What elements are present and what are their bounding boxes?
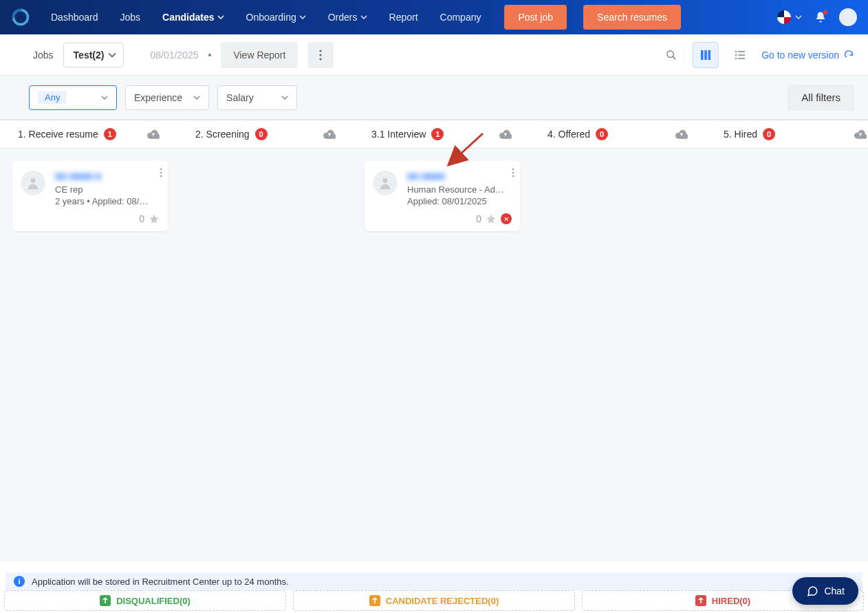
arrow-up-icon <box>100 595 111 606</box>
kanban-board: ■■ ■■■■ ■ CE rep 2 years • Applied: 08/…… <box>0 149 868 561</box>
svg-rect-6 <box>701 50 704 60</box>
language-selector[interactable] <box>777 10 802 24</box>
jobs-label: Jobs <box>33 50 54 61</box>
arrow-up-icon <box>695 595 706 606</box>
nav-company[interactable]: Company <box>431 0 491 34</box>
filter-experience[interactable]: Experience <box>125 85 209 110</box>
job-selector[interactable]: Test(2) <box>63 43 124 67</box>
candidate-card[interactable]: ■■ ■■■■ ■ CE rep 2 years • Applied: 08/…… <box>12 161 168 231</box>
sub-bar: Jobs Test(2) 08/01/2025 • View Report Go… <box>0 34 868 76</box>
filter-salary[interactable]: Salary <box>217 85 297 110</box>
logo-icon <box>11 8 30 27</box>
cloud-icon <box>499 129 512 139</box>
stage-count-badge: 0 <box>763 128 775 140</box>
external-link-icon <box>843 50 854 61</box>
bucket-candidate-rejected[interactable]: CANDIDATE REJECTED(0) <box>293 590 575 611</box>
svg-point-2 <box>320 54 322 56</box>
bottom-buckets: DISQUALIFIED(0) CANDIDATE REJECTED(0) HI… <box>4 590 864 611</box>
svg-point-13 <box>735 57 737 59</box>
nav-onboarding[interactable]: Onboarding <box>237 0 316 34</box>
arrow-up-icon <box>369 595 380 606</box>
cloud-icon <box>675 129 688 139</box>
column-receive-resume: ■■ ■■■■ ■ CE rep 2 years • Applied: 08/…… <box>12 161 188 561</box>
svg-point-21 <box>512 172 514 174</box>
svg-point-17 <box>160 172 162 174</box>
list-view-button[interactable] <box>727 42 753 68</box>
filter-any[interactable]: Any <box>29 85 117 110</box>
svg-point-3 <box>320 58 322 60</box>
chat-button[interactable]: Chat <box>792 577 858 605</box>
star-icon[interactable] <box>486 213 497 224</box>
svg-point-11 <box>735 54 737 56</box>
topnav-right <box>777 8 857 26</box>
stage-receive-resume[interactable]: 1. Receive resume 1 <box>0 120 176 148</box>
kanban-view-button[interactable] <box>693 42 719 68</box>
stage-count-badge: 0 <box>596 128 608 140</box>
pipeline-stages: 1. Receive resume 1 2. Screening 0 3.1 I… <box>0 120 868 149</box>
stage-hired[interactable]: 5. Hired 0 <box>704 120 868 148</box>
kebab-icon <box>512 168 514 178</box>
post-job-button[interactable]: Post job <box>504 5 567 30</box>
chevron-down-icon <box>217 14 224 21</box>
svg-point-20 <box>512 169 514 171</box>
nav-candidates[interactable]: Candidates <box>153 0 233 34</box>
candidate-card[interactable]: ■■ ■■■■ Human Resource - Admin… Applied:… <box>365 161 520 231</box>
search-resumes-button[interactable]: Search resumes <box>583 5 681 30</box>
kebab-icon <box>319 50 322 61</box>
top-nav: Dashboard Jobs Candidates Onboarding Ord… <box>0 0 868 34</box>
bucket-disqualified[interactable]: DISQUALIFIED(0) <box>4 590 286 611</box>
nav-orders[interactable]: Orders <box>318 0 377 34</box>
nav-dashboard[interactable]: Dashboard <box>41 0 108 34</box>
info-icon: i <box>14 576 25 587</box>
info-text: Application will be stored in Recruitmen… <box>32 577 289 587</box>
svg-point-9 <box>735 50 737 52</box>
person-icon <box>378 175 393 191</box>
star-icon[interactable] <box>149 213 160 224</box>
stage-count-badge: 1 <box>104 128 116 140</box>
chevron-down-icon <box>281 94 288 101</box>
reject-icon[interactable]: ✕ <box>501 213 512 224</box>
stage-count-badge: 0 <box>255 128 268 140</box>
stage-offered[interactable]: 4. Offered 0 <box>528 120 704 148</box>
kebab-icon <box>160 168 162 178</box>
search-icon <box>666 50 677 61</box>
user-avatar[interactable] <box>839 8 857 26</box>
chevron-down-icon <box>101 94 108 101</box>
svg-point-22 <box>512 175 514 178</box>
date-text: 08/01/2025 <box>150 50 198 61</box>
chevron-down-icon <box>360 14 367 21</box>
svg-rect-10 <box>738 51 745 52</box>
nav-jobs[interactable]: Jobs <box>111 0 151 34</box>
view-report-button[interactable]: View Report <box>221 42 298 68</box>
list-icon <box>735 50 746 61</box>
stage-interview[interactable]: 3.1 Interview 1 <box>352 120 528 148</box>
candidate-meta: Applied: 08/01/2025 <box>407 196 512 206</box>
all-filters-button[interactable]: All filters <box>788 85 854 111</box>
cloud-icon <box>854 129 867 139</box>
svg-rect-7 <box>704 50 707 60</box>
candidate-meta: 2 years • Applied: 08/… <box>55 196 160 206</box>
notifications-button[interactable] <box>814 11 827 23</box>
candidate-name: ■■ ■■■■ ■ <box>55 171 160 182</box>
card-menu-button[interactable] <box>512 168 514 178</box>
dot-separator: • <box>208 50 212 61</box>
chevron-down-icon <box>299 14 306 21</box>
svg-rect-8 <box>708 50 711 60</box>
card-menu-button[interactable] <box>160 168 162 178</box>
more-actions-button[interactable] <box>307 42 334 68</box>
column-screening <box>188 161 365 561</box>
stage-screening[interactable]: 2. Screening 0 <box>176 120 352 148</box>
svg-point-1 <box>320 50 322 52</box>
go-to-new-version-link[interactable]: Go to new version <box>761 50 854 61</box>
info-banner: i Application will be stored in Recruitm… <box>6 572 862 590</box>
column-interview: ■■ ■■■■ Human Resource - Admin… Applied:… <box>365 161 541 561</box>
cloud-icon <box>323 129 336 139</box>
svg-line-5 <box>673 56 675 59</box>
filter-bar: Any Experience Salary All filters <box>0 76 868 120</box>
svg-point-19 <box>382 178 387 183</box>
svg-point-4 <box>667 51 673 57</box>
nav-report[interactable]: Report <box>380 0 428 34</box>
svg-point-16 <box>160 169 162 171</box>
chevron-down-icon <box>193 94 200 101</box>
search-button[interactable] <box>658 42 684 68</box>
